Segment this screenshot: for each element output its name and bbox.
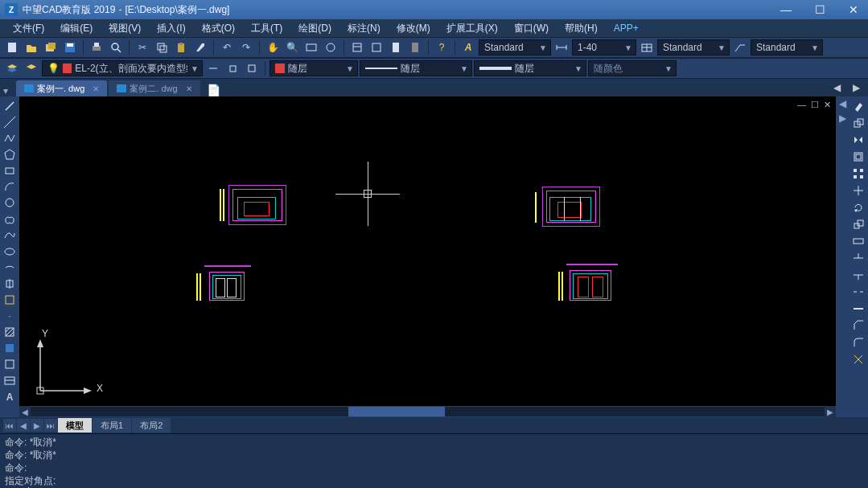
- dimscale-combo[interactable]: 1-40▼: [572, 39, 636, 55]
- ellipse-arc-icon[interactable]: [1, 260, 19, 275]
- nav-down-icon[interactable]: ▶: [836, 111, 849, 125]
- command-window[interactable]: 命令: *取消* 命令: *取消* 命令: 指定对角点: 命令:: [0, 433, 868, 488]
- doc-tab-2[interactable]: 案例二. dwg ✕: [109, 80, 200, 96]
- spline-icon[interactable]: [1, 228, 19, 243]
- menu-draw[interactable]: 绘图(D): [290, 20, 339, 37]
- mtext-icon[interactable]: A: [1, 389, 19, 404]
- menu-format[interactable]: 格式(O): [194, 20, 243, 37]
- preview-icon[interactable]: [107, 39, 125, 56]
- close-tab-icon[interactable]: ✕: [186, 84, 192, 93]
- pan-icon[interactable]: ✋: [264, 39, 282, 56]
- polygon-icon[interactable]: [1, 146, 19, 162]
- hscroll-thumb[interactable]: [348, 407, 445, 416]
- explode-icon[interactable]: [849, 351, 867, 367]
- dimstyle-icon[interactable]: [553, 39, 570, 56]
- ellipse-icon[interactable]: [1, 244, 19, 259]
- minimize-button[interactable]: —: [776, 3, 796, 16]
- new-tab-icon[interactable]: 📄: [207, 84, 221, 96]
- cut-icon[interactable]: ✂: [134, 39, 151, 56]
- linetype-combo[interactable]: 随层▼: [360, 60, 472, 76]
- menu-window[interactable]: 窗口(W): [506, 20, 557, 37]
- tablestyle-combo[interactable]: Standard▼: [657, 39, 730, 55]
- xline-icon[interactable]: [1, 114, 19, 129]
- menu-file[interactable]: 文件(F): [5, 20, 52, 37]
- hscroll-track[interactable]: [31, 407, 825, 416]
- offset-icon[interactable]: [849, 149, 867, 165]
- layer-combo[interactable]: 💡 EL-2(立、剖面次要内造型线 ▼: [42, 60, 203, 76]
- ltab-first-icon[interactable]: ⏮: [3, 419, 16, 432]
- calc-icon[interactable]: [406, 39, 424, 56]
- revcloud-icon[interactable]: [1, 211, 19, 227]
- fillet-icon[interactable]: [849, 334, 867, 351]
- ltab-prev-icon[interactable]: ◀: [17, 419, 30, 432]
- plotstyle-combo[interactable]: 随颜色▼: [588, 60, 677, 76]
- nav-up-icon[interactable]: ◀: [836, 96, 849, 111]
- paste-icon[interactable]: [172, 39, 190, 56]
- tab-nav-left-icon[interactable]: ◀: [828, 79, 845, 96]
- new-icon[interactable]: [3, 39, 21, 56]
- menu-view[interactable]: 视图(V): [101, 20, 149, 37]
- rectangle-icon[interactable]: [1, 162, 19, 178]
- layout-tab-model[interactable]: 模型: [58, 418, 92, 433]
- array-icon[interactable]: [849, 166, 867, 182]
- color-combo[interactable]: 随层▼: [269, 60, 358, 76]
- doc-tab-1[interactable]: 案例一. dwg ✕: [16, 80, 107, 96]
- line-icon[interactable]: [1, 98, 19, 113]
- scale-icon[interactable]: [849, 216, 867, 232]
- circle-icon[interactable]: [1, 195, 19, 211]
- menu-ext[interactable]: 扩展工具(X): [438, 20, 506, 37]
- menu-modify[interactable]: 修改(M): [389, 20, 438, 37]
- arc-icon[interactable]: [1, 179, 19, 195]
- open-multi-icon[interactable]: [42, 39, 60, 56]
- menu-insert[interactable]: 插入(I): [149, 20, 193, 37]
- save-icon[interactable]: [61, 39, 79, 56]
- point-icon[interactable]: ·: [1, 308, 19, 323]
- layer-manager-icon[interactable]: [3, 59, 21, 77]
- layer-prev-icon[interactable]: [204, 59, 222, 77]
- hscroll-right-icon[interactable]: ▶: [825, 406, 836, 417]
- textstyle-combo[interactable]: Standard▼: [479, 39, 551, 55]
- zoom-prev-icon[interactable]: [322, 39, 339, 56]
- close-button[interactable]: ✕: [844, 3, 863, 16]
- rotate-icon[interactable]: [849, 199, 867, 215]
- layer-states-icon[interactable]: [23, 59, 40, 77]
- props-icon[interactable]: [348, 39, 366, 56]
- help-icon[interactable]: ?: [433, 39, 450, 56]
- zoom-win-icon[interactable]: [302, 39, 320, 56]
- mleader-combo[interactable]: Standard▼: [751, 39, 823, 55]
- hscroll-left-icon[interactable]: ◀: [19, 406, 31, 417]
- menu-help[interactable]: 帮助(H): [557, 20, 606, 37]
- join-icon[interactable]: [849, 301, 867, 317]
- insert-icon[interactable]: [1, 276, 19, 291]
- open-icon[interactable]: [23, 39, 40, 56]
- print-icon[interactable]: [88, 39, 105, 56]
- close-tab-icon[interactable]: ✕: [93, 84, 99, 93]
- break-icon[interactable]: [849, 284, 867, 300]
- redo-icon[interactable]: ↷: [237, 39, 255, 56]
- stretch-icon[interactable]: [849, 233, 867, 249]
- mleader-icon[interactable]: [731, 39, 749, 56]
- layer-iso-icon[interactable]: [224, 59, 241, 77]
- chamfer-icon[interactable]: [849, 318, 867, 334]
- tpalette-icon[interactable]: [387, 39, 405, 56]
- extend-icon[interactable]: [849, 267, 867, 283]
- block-icon[interactable]: [1, 292, 19, 307]
- drawing-canvas[interactable]: — ☐ ✕: [19, 96, 836, 406]
- match-icon[interactable]: [191, 39, 209, 56]
- menu-edit[interactable]: 编辑(E): [52, 20, 101, 37]
- tablestyle-icon[interactable]: [638, 39, 656, 56]
- undo-icon[interactable]: ↶: [218, 39, 236, 56]
- lineweight-combo[interactable]: 随层▼: [474, 60, 586, 76]
- trim-icon[interactable]: [849, 250, 867, 266]
- menu-tools[interactable]: 工具(T): [243, 20, 290, 37]
- copy-icon[interactable]: [153, 39, 171, 56]
- hatch-icon[interactable]: [1, 325, 19, 340]
- dclick-icon[interactable]: [368, 39, 385, 56]
- copy-obj-icon[interactable]: [849, 115, 867, 131]
- layout-tab-1[interactable]: 布局1: [93, 418, 131, 433]
- menu-dim[interactable]: 标注(N): [339, 20, 389, 37]
- textstyle-icon[interactable]: A: [459, 39, 477, 56]
- maximize-button[interactable]: ☐: [810, 3, 829, 16]
- ltab-next-icon[interactable]: ▶: [31, 419, 43, 432]
- region-icon[interactable]: [1, 357, 19, 372]
